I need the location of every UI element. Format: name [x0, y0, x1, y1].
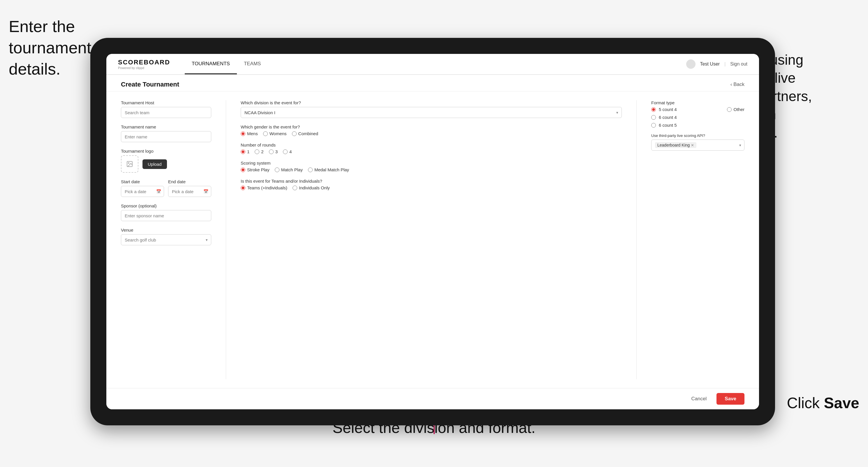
live-scoring-field[interactable]: Leaderboard King ✕ — [651, 139, 744, 151]
format-5count4-radio[interactable] — [651, 107, 656, 112]
gender-mens[interactable]: Mens — [241, 131, 258, 136]
gender-mens-radio[interactable] — [241, 131, 245, 136]
scoring-stroke[interactable]: Stroke Play — [241, 167, 270, 172]
sponsor-label: Sponsor (optional) — [121, 204, 211, 208]
start-date-input[interactable] — [121, 186, 164, 197]
end-date-input[interactable] — [168, 186, 211, 197]
format-other-radio[interactable] — [727, 107, 732, 112]
sponsor-group: Sponsor (optional) — [121, 204, 211, 221]
rounds-3[interactable]: 3 — [269, 149, 278, 154]
gender-womens[interactable]: Womens — [263, 131, 287, 136]
tablet-frame: SCOREBOARD Powered by clippd TOURNAMENTS… — [90, 38, 775, 425]
format-section: 5 count 4 6 count 4 6 count 5 — [651, 107, 744, 128]
tablet-screen: SCOREBOARD Powered by clippd TOURNAMENTS… — [106, 54, 759, 409]
save-button[interactable]: Save — [716, 393, 744, 405]
event-type-individuals[interactable]: Individuals Only — [292, 185, 330, 190]
gender-radio-group: Mens Womens Combined — [241, 131, 622, 136]
rounds-2[interactable]: 2 — [255, 149, 264, 154]
user-name: Test User — [700, 61, 720, 67]
rounds-4-radio[interactable] — [283, 150, 287, 154]
start-date-label: Start date — [121, 179, 164, 184]
annotation-bottomright: Click Save — [787, 393, 859, 413]
cancel-button[interactable]: Cancel — [685, 393, 712, 405]
division-label: Which division is the event for? — [241, 100, 622, 105]
event-type-radio-group: Teams (+Individuals) Individuals Only — [241, 185, 622, 190]
format-6count5[interactable]: 6 count 5 — [651, 123, 677, 128]
upload-button[interactable]: Upload — [143, 159, 167, 169]
division-select[interactable]: NCAA Division I — [241, 107, 622, 118]
page-header: Create Tournament ‹ Back — [106, 75, 759, 91]
scoring-group: Scoring system Stroke Play Match Play — [241, 160, 622, 172]
nav-teams[interactable]: TEAMS — [237, 54, 268, 74]
scoring-match-radio[interactable] — [275, 167, 279, 172]
venue-input[interactable] — [121, 234, 211, 245]
nav-tournaments[interactable]: TOURNAMENTS — [185, 54, 237, 74]
rounds-2-label: 2 — [261, 149, 264, 154]
format-other-label: Other — [733, 107, 744, 112]
venue-label: Venue — [121, 227, 211, 232]
annotation-topleft: Enter the tournament details. — [9, 16, 91, 80]
end-date-label: End date — [168, 179, 211, 184]
format-6count4-radio[interactable] — [651, 115, 656, 120]
format-6count4[interactable]: 6 count 4 — [651, 115, 677, 120]
tournament-logo-group: Tournament logo Upload — [121, 149, 211, 173]
live-scoring-remove[interactable]: ✕ — [691, 143, 694, 148]
event-type-teams[interactable]: Teams (+Individuals) — [241, 185, 287, 190]
rounds-radio-group: 1 2 3 4 — [241, 149, 622, 154]
live-scoring-group: Use third-party live scoring API? Leader… — [651, 133, 744, 151]
rounds-3-label: 3 — [275, 149, 278, 154]
user-avatar — [686, 59, 695, 69]
scoring-medal-match[interactable]: Medal Match Play — [308, 167, 349, 172]
gender-combined-radio[interactable] — [292, 131, 297, 136]
form-col-right: Format type 5 count 4 6 count 4 — [651, 100, 744, 379]
event-type-teams-label: Teams (+Individuals) — [247, 185, 287, 190]
rounds-3-radio[interactable] — [269, 150, 274, 154]
event-type-label: Is this event for Teams and/or Individua… — [241, 179, 622, 184]
topnav: SCOREBOARD Powered by clippd TOURNAMENTS… — [106, 54, 759, 75]
format-6count5-label: 6 count 5 — [659, 123, 677, 128]
back-button[interactable]: ‹ Back — [731, 82, 744, 87]
venue-group: Venue — [121, 227, 211, 245]
nav-separator: | — [724, 61, 725, 67]
event-type-individuals-radio[interactable] — [292, 186, 297, 190]
scoring-stroke-radio[interactable] — [241, 167, 245, 172]
tournament-host-label: Tournament Host — [121, 100, 211, 105]
scoring-match-label: Match Play — [281, 167, 303, 172]
format-other[interactable]: Other — [727, 107, 744, 112]
gender-label: Which gender is the event for? — [241, 124, 622, 129]
rounds-1[interactable]: 1 — [241, 149, 249, 154]
form-body: Tournament Host Tournament name Tourname… — [106, 91, 759, 388]
svg-point-6 — [128, 162, 129, 163]
format-5count4[interactable]: 5 count 4 — [651, 107, 677, 112]
start-date-group: Start date — [121, 179, 164, 197]
brand-title: SCOREBOARD — [118, 59, 170, 66]
rounds-label: Number of rounds — [241, 143, 622, 148]
tournament-name-label: Tournament name — [121, 124, 211, 129]
scoring-medal-match-label: Medal Match Play — [314, 167, 349, 172]
scoring-match[interactable]: Match Play — [275, 167, 303, 172]
rounds-4[interactable]: 4 — [283, 149, 292, 154]
tournament-host-input[interactable] — [121, 107, 211, 118]
sign-out-link[interactable]: Sign out — [730, 61, 747, 67]
gender-combined[interactable]: Combined — [292, 131, 318, 136]
format-type-group: Format type 5 count 4 6 count 4 — [651, 100, 744, 128]
tournament-name-input[interactable] — [121, 131, 211, 142]
event-type-group: Is this event for Teams and/or Individua… — [241, 179, 622, 190]
tournament-host-group: Tournament Host — [121, 100, 211, 118]
tournament-name-group: Tournament name — [121, 124, 211, 142]
scoring-medal-match-radio[interactable] — [308, 167, 313, 172]
event-type-teams-radio[interactable] — [241, 186, 245, 190]
gender-womens-radio[interactable] — [263, 131, 268, 136]
end-date-wrapper — [168, 186, 211, 197]
sponsor-input[interactable] — [121, 210, 211, 221]
format-6count4-label: 6 count 4 — [659, 115, 677, 120]
form-footer: Cancel Save — [106, 388, 759, 409]
rounds-1-radio[interactable] — [241, 150, 245, 154]
format-6count5-radio[interactable] — [651, 123, 656, 128]
brand: SCOREBOARD Powered by clippd — [118, 59, 170, 70]
tournament-logo-label: Tournament logo — [121, 149, 211, 154]
division-group: Which division is the event for? NCAA Di… — [241, 100, 622, 118]
end-date-group: End date — [168, 179, 211, 197]
rounds-2-radio[interactable] — [255, 150, 259, 154]
form-col-left: Tournament Host Tournament name Tourname… — [121, 100, 211, 379]
